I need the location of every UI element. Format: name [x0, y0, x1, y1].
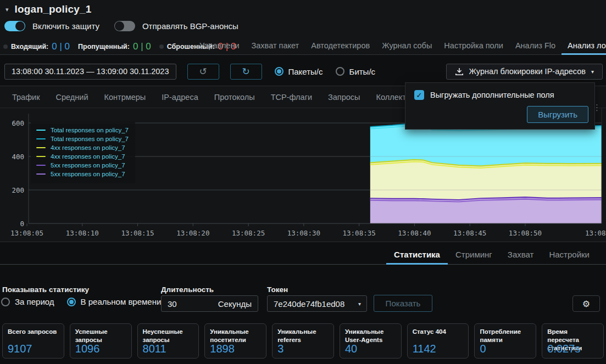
svg-text:600: 600: [12, 119, 24, 127]
svg-text:13:08:05: 13:08:05: [10, 229, 43, 237]
tab-statistics[interactable]: Статистика: [386, 245, 448, 265]
legend-item[interactable]: Total responses on policy_7: [36, 135, 129, 143]
tab-management[interactable]: Управлени: [193, 37, 246, 55]
tab-capture[interactable]: Захват: [500, 245, 542, 265]
series-swatch-icon: [36, 156, 46, 158]
page-title: logan_policy_1: [15, 3, 92, 15]
duration-value[interactable]: 30: [162, 299, 218, 309]
export-button[interactable]: Выгрузить: [527, 106, 588, 123]
chart-tab-protocols[interactable]: Протоколы: [214, 93, 255, 102]
tab-log-analysis[interactable]: Анализ логов: [561, 37, 606, 55]
collapse-caret-icon[interactable]: ▾: [5, 6, 9, 13]
policy-header: ▾ logan_policy_1 Включить защиту Отправл…: [0, 0, 606, 55]
radio-bits-per-sec[interactable]: Биты/с: [336, 67, 376, 76]
show-statistics-label: Показывать статистику: [2, 285, 89, 294]
chart-tab-countermeasures[interactable]: Контрмеры: [104, 93, 146, 102]
toggle-off-icon[interactable]: [114, 21, 135, 31]
chart-tab-tcp-flags[interactable]: TCP-флаги: [271, 93, 312, 102]
legend-item[interactable]: 4xx responses on policy_7: [36, 143, 129, 152]
svg-text:13:08:25: 13:08:25: [232, 229, 265, 237]
download-icon: [455, 68, 464, 76]
chevron-down-icon: ▾: [358, 301, 366, 307]
undo-icon: ↺: [199, 66, 207, 77]
radio-checked-icon[interactable]: [275, 67, 283, 76]
redo-icon: ↻: [242, 66, 249, 77]
tab-policy-settings[interactable]: Настройка поли: [438, 37, 509, 55]
token-select[interactable]: 7e240de74fb1ed08 ▾: [267, 295, 367, 312]
legend-item[interactable]: 4xx responses on policy_7: [36, 152, 129, 161]
chart-tab-requests[interactable]: Запросы: [328, 93, 360, 102]
svg-text:400: 400: [12, 153, 24, 161]
counter-passed: Пропущенный: 0 | 0: [78, 41, 151, 52]
dropdown-label: Журнал блокировки IP-адресов: [469, 67, 586, 76]
chevron-down-icon: ▾: [591, 69, 594, 75]
protection-toggle[interactable]: Включить защиту: [4, 21, 99, 31]
svg-text:13:08:30: 13:08:30: [287, 229, 320, 237]
toggles-row: Включить защиту Отправлять BGP-анонсы: [4, 21, 238, 31]
ip-block-log-dropdown[interactable]: Журнал блокировки IP-адресов ▾: [446, 64, 603, 80]
tab-autodetect[interactable]: Автодетектиров: [305, 37, 376, 55]
svg-text:13:08:15: 13:08:15: [121, 229, 154, 237]
svg-text:200: 200: [12, 186, 24, 194]
stat-card-unique-referers: Уникальные referers 3: [272, 323, 334, 359]
bottom-section-tabs: Статистика Стриминг Захват Настройки: [0, 245, 606, 265]
stat-card-unique-visitors: Уникальные посетители 1898: [204, 323, 266, 359]
stat-card-failed: Неуспешные запросы 8011: [137, 323, 199, 359]
svg-text:13:08:50: 13:08:50: [509, 229, 542, 237]
undo-button[interactable]: ↺: [187, 64, 219, 80]
refresh-button[interactable]: ↻: [230, 64, 262, 80]
policy-tabs: Управлени Захват пакет Автодетектиров Жу…: [193, 37, 606, 55]
series-swatch-icon: [36, 173, 46, 175]
svg-text:13:08:55: 13:08:55: [585, 229, 606, 237]
radio-packets-per-sec[interactable]: Пакеты/с: [275, 67, 323, 76]
duration-input[interactable]: 30 Секунды: [161, 295, 258, 312]
radio-realtime[interactable]: В реальном времени: [67, 297, 162, 306]
radio-for-period[interactable]: За период: [1, 297, 54, 306]
tab-settings[interactable]: Настройки: [541, 245, 597, 265]
show-button[interactable]: Показать: [374, 295, 432, 312]
extra-fields-checkbox-row[interactable]: ✓ Выгружать дополнительные поля: [414, 90, 554, 100]
radio-checked-icon[interactable]: [67, 298, 76, 306]
tab-event-log[interactable]: Журнал собы: [376, 37, 438, 55]
status-dot-icon: [159, 44, 164, 49]
svg-text:13:08:20: 13:08:20: [176, 229, 209, 237]
checkbox-label: Выгружать дополнительные поля: [430, 91, 554, 99]
tab-streaming[interactable]: Стриминг: [448, 245, 500, 265]
chart-tab-average[interactable]: Средний: [56, 93, 88, 102]
radio-unchecked-icon[interactable]: [336, 67, 344, 76]
series-swatch-icon: [36, 138, 46, 140]
legend-item[interactable]: 5xx responses on policy_7: [36, 170, 129, 178]
duration-label: Длительность: [161, 285, 214, 294]
legend-item[interactable]: Total responses on policy_7: [36, 126, 129, 135]
radio-unchecked-icon[interactable]: [1, 298, 10, 306]
series-swatch-icon: [36, 165, 46, 166]
chart-tab-ip-addresses[interactable]: IP-адреса: [162, 93, 198, 102]
stat-card-successful: Успешные запросы 1096: [70, 323, 132, 359]
stat-cards: Всего запросов 9107 Успешные запросы 109…: [2, 323, 604, 359]
export-popup: ✓ Выгружать дополнительные поля Выгрузит…: [405, 82, 595, 130]
stat-card-unique-user-agents: Уникальные User-Agents 40: [340, 323, 402, 359]
bgp-toggle[interactable]: Отправлять BGP-анонсы: [114, 21, 238, 31]
tab-packet-capture[interactable]: Захват пакет: [246, 37, 305, 55]
checkbox-checked-icon[interactable]: ✓: [414, 90, 424, 100]
svg-text:0: 0: [20, 220, 24, 228]
status-dot-icon: [3, 44, 8, 49]
chart-toolbar: 13:08:00 30.11.2023 — 13:09:00 30.11.202…: [4, 60, 603, 82]
stat-card-total-requests: Всего запросов 9107: [2, 323, 64, 359]
settings-button[interactable]: ⚙: [572, 295, 600, 312]
counter-incoming: Входящий: 0 | 0: [3, 41, 70, 52]
token-value: 7e240de74fb1ed08: [268, 299, 358, 309]
chart-tab-traffic[interactable]: Трафик: [12, 93, 40, 102]
series-swatch-icon: [36, 147, 46, 149]
toggle-on-icon[interactable]: [4, 21, 25, 31]
tab-flow-analysis[interactable]: Анализ Flo: [509, 37, 561, 55]
legend-item[interactable]: 5xx responses on policy_7: [36, 161, 129, 170]
svg-text:13:08:40: 13:08:40: [398, 229, 431, 237]
svg-text:13:08:35: 13:08:35: [343, 229, 376, 237]
stat-card-recalc-time: Время пересчета статистики 0.027s: [542, 323, 604, 359]
protection-toggle-label: Включить защиту: [32, 21, 99, 31]
time-range-picker[interactable]: 13:08:00 30.11.2023 — 13:09:00 30.11.202…: [4, 64, 176, 80]
series-swatch-icon: [36, 130, 46, 131]
bgp-toggle-label: Отправлять BGP-анонсы: [142, 21, 238, 31]
token-label: Токен: [267, 285, 288, 294]
